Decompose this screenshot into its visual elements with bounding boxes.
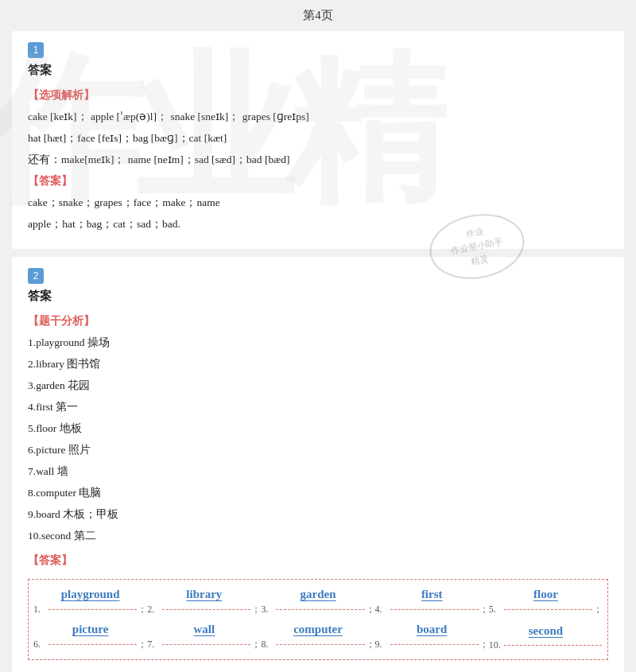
grid-word: picture <box>69 621 112 638</box>
grid-word: floor <box>530 586 561 603</box>
card1-line1: cake [keɪk]； apple [ˈæp(ə)l]； snake [sne… <box>28 106 608 127</box>
grid-num: 10. <box>489 639 503 651</box>
grid-dotted-line <box>504 645 602 646</box>
grid-line-row: 5.； <box>489 603 603 616</box>
grid-cell: garden3.； <box>261 586 374 616</box>
grid-semi: ； <box>251 638 261 651</box>
grid-line-row: 9.； <box>375 638 489 651</box>
grid-semi: ； <box>138 603 147 616</box>
answer-grid: playground1.；library2.；garden3.；first4.；… <box>28 579 608 660</box>
badge-1: 1 <box>28 42 44 58</box>
tag-answer-2: 【答案】 <box>28 550 608 571</box>
badge-2: 2 <box>28 268 44 284</box>
page-title: 第4页 <box>0 8 636 23</box>
tag-analysis-1: 【选项解析】 <box>28 84 608 106</box>
list-item: 6.picture 照片 <box>28 439 608 460</box>
grid-line-row: 4.； <box>375 603 489 616</box>
grid-word: second <box>525 623 566 639</box>
grid-word: first <box>418 586 446 603</box>
grid-dotted-line <box>162 609 250 610</box>
analysis-tag-2: 【题干分析】 <box>28 315 95 327</box>
grid-semi: ； <box>366 603 375 616</box>
grid-cell: floor5.； <box>489 586 603 616</box>
grid-dotted-line <box>276 644 364 645</box>
grid-semi: ； <box>251 603 261 616</box>
grid-word: playground <box>58 586 123 603</box>
list-item: 5.floor 地板 <box>28 418 608 439</box>
grid-semi: ； <box>479 638 489 651</box>
list-item: 3.garden 花园 <box>28 375 608 396</box>
grid-word: garden <box>297 586 339 603</box>
grid-line-row: 8.； <box>261 638 374 651</box>
grid-cell: wall7.； <box>147 621 261 651</box>
answer-label-2: 答案 <box>28 289 608 304</box>
card2-content: 【题干分析】 1.playground 操场2.library 图书馆3.gar… <box>28 310 608 571</box>
grid-num: 3. <box>261 604 275 616</box>
grid-dotted-line <box>390 609 479 610</box>
grid-semi: ； <box>138 638 147 651</box>
grid-line-row: 3.； <box>261 603 374 616</box>
grid-word: board <box>413 621 450 638</box>
grid-dotted-line <box>390 644 479 645</box>
card1-answer-line2: apple；hat；bag；cat；sad；bad. <box>28 213 608 235</box>
grid-num: 5. <box>489 604 503 616</box>
list-item: 4.first 第一 <box>28 396 608 418</box>
grid-word: library <box>183 586 225 603</box>
grid-cell: library2.； <box>147 586 261 616</box>
grid-word: computer <box>290 621 346 638</box>
page-container: 第4页 1 答案 【选项解析】 cake [keɪk]； apple [ˈæp(… <box>0 0 636 672</box>
card2-items: 1.playground 操场2.library 图书馆3.garden 花园4… <box>28 332 608 546</box>
grid-dotted-line <box>48 609 137 610</box>
grid-dotted-line <box>276 609 364 610</box>
grid-line-row: 7.； <box>147 638 261 651</box>
grid-semi: ； <box>479 603 489 616</box>
grid-line-row: 2.； <box>147 603 261 616</box>
list-item: 10.second 第二 <box>28 525 608 546</box>
card1-line3: 还有：make[meɪk]； name [neɪm]；sad [sæd]；bad… <box>28 149 608 170</box>
grid-cell: board9.； <box>375 621 489 651</box>
grid-word: wall <box>190 621 218 638</box>
card1-answer-line1: cake；snake；grapes；face；make；name <box>28 192 608 213</box>
grid-cell: first4.； <box>375 586 489 616</box>
grid-cell: playground1.； <box>33 586 147 616</box>
list-item: 2.library 图书馆 <box>28 353 608 375</box>
grid-num: 8. <box>261 639 275 651</box>
grid-cell: computer8.； <box>261 621 374 651</box>
card1-line2: hat [hæt]；face [feɪs]；bag [bæɡ]；cat [kæt… <box>28 127 608 149</box>
grid-num: 4. <box>375 604 390 616</box>
grid-num: 6. <box>33 639 48 651</box>
grid-cell: picture6.； <box>33 621 147 651</box>
grid-num: 7. <box>147 639 161 651</box>
answer-tag-1: 【答案】 <box>28 175 72 187</box>
answer-tag-2: 【答案】 <box>28 554 72 566</box>
grid-dotted-line <box>48 644 137 645</box>
grid-num: 1. <box>33 604 48 616</box>
card1-content: 【选项解析】 cake [keɪk]； apple [ˈæp(ə)l]； sna… <box>28 84 608 235</box>
grid-num: 2. <box>147 604 161 616</box>
grid-row-2: picture6.；wall7.；computer8.；board9.；seco… <box>33 621 603 651</box>
list-item: 9.board 木板；甲板 <box>28 503 608 525</box>
grid-dotted-line <box>162 644 250 645</box>
grid-cell: second10. <box>489 623 603 651</box>
grid-line-row: 6.； <box>33 638 147 651</box>
answer-label-1: 答案 <box>28 63 608 78</box>
tag-answer-1: 【答案】 <box>28 170 608 192</box>
list-item: 1.playground 操场 <box>28 332 608 353</box>
list-item: 8.computer 电脑 <box>28 482 608 503</box>
card-2: 2 答案 【题干分析】 1.playground 操场2.library 图书馆… <box>12 257 624 672</box>
grid-semi: ； <box>593 603 603 616</box>
grid-dotted-line <box>504 609 592 610</box>
list-item: 7.wall 墙 <box>28 460 608 482</box>
grid-semi: ； <box>366 638 375 651</box>
grid-num: 9. <box>375 639 390 651</box>
grid-line-row: 1.； <box>33 603 147 616</box>
card-1: 1 答案 【选项解析】 cake [keɪk]； apple [ˈæp(ə)l]… <box>12 31 624 249</box>
grid-line-row: 10. <box>489 639 603 651</box>
analysis-tag-1: 【选项解析】 <box>28 89 95 101</box>
tag-analysis-2: 【题干分析】 <box>28 310 608 332</box>
grid-row-1: playground1.；library2.；garden3.；first4.；… <box>33 586 603 616</box>
